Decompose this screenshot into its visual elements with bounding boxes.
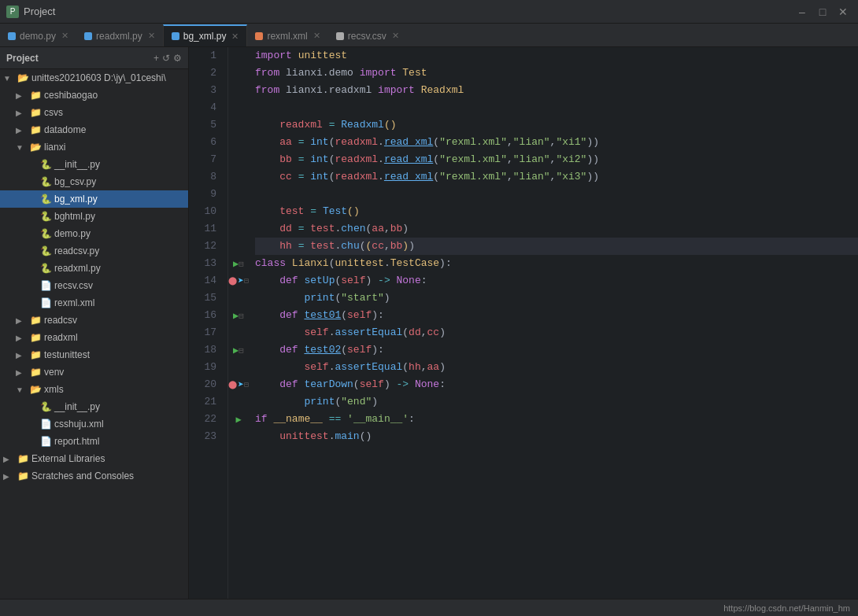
- line-number-9: 9: [189, 186, 221, 203]
- tree-item-10[interactable]: 🐍readcsv.py: [0, 242, 188, 260]
- tree-item-15[interactable]: ▶📁readxml: [0, 329, 188, 346]
- code-line-19: self.assertEqual(hh,aa): [255, 359, 858, 376]
- tree-item-5[interactable]: 🐍__init__.py: [0, 156, 188, 173]
- tree-item-21[interactable]: 📄report.html: [0, 433, 188, 450]
- bp-14[interactable]: ⬤: [228, 276, 237, 286]
- gutter-item-12: [228, 238, 249, 255]
- sidebar-header: Project + ↺ ⚙: [0, 47, 188, 69]
- line-number-14: 14: [189, 272, 221, 290]
- tab-icon-bg_xml: [172, 32, 179, 40]
- add-icon[interactable]: +: [153, 53, 159, 64]
- code-line-20: def tearDown(self) -> None:: [255, 376, 858, 393]
- tree-item-7[interactable]: 🐍bg_xml.py: [0, 190, 188, 208]
- tree-arrow-14: ▶: [16, 316, 27, 325]
- arrow-14: ➤: [238, 275, 244, 287]
- line-number-17: 17: [189, 324, 221, 341]
- code-line-8: cc = int(readxml.read_xml("rexml.xml","l…: [255, 168, 858, 186]
- file-icon-8: 🐍: [39, 211, 52, 222]
- code-line-9: [255, 186, 858, 203]
- tree-item-3[interactable]: ▶📁datadome: [0, 121, 188, 138]
- tree-item-8[interactable]: 🐍bghtml.py: [0, 208, 188, 225]
- run-icon-13[interactable]: ▶: [233, 258, 239, 270]
- tree-item-14[interactable]: ▶📁readcsv: [0, 312, 188, 329]
- file-icon-5: 🐍: [39, 159, 52, 170]
- line-number-15: 15: [189, 290, 221, 307]
- tree-item-6[interactable]: 🐍bg_csv.py: [0, 173, 188, 190]
- tab-close-demo[interactable]: ✕: [61, 31, 68, 41]
- tab-close-readxml[interactable]: ✕: [148, 31, 155, 41]
- minimize-button[interactable]: –: [793, 3, 811, 20]
- tab-close-rexml[interactable]: ✕: [313, 31, 320, 41]
- tab-bg_xml[interactable]: bg_xml.py✕: [163, 24, 248, 46]
- fold-icon-16[interactable]: ⊟: [239, 311, 244, 321]
- fold-icon-18[interactable]: ⊟: [239, 345, 244, 356]
- line-number-22: 22: [189, 411, 221, 428]
- tree-label-1: ceshibaogao: [44, 90, 98, 101]
- run-icon2-22[interactable]: ▶: [235, 414, 241, 426]
- folder-icon-15: 📁: [29, 332, 42, 343]
- code-line-21: print("end"): [255, 393, 858, 411]
- tree-label-8: bghtml.py: [54, 211, 95, 222]
- file-icon-12: 📄: [39, 280, 52, 291]
- line-numbers: 1234567891011121314151617181920212223: [189, 47, 228, 599]
- code-scroll[interactable]: 1234567891011121314151617181920212223 ▶⊟…: [189, 47, 858, 599]
- code-line-12: hh = test.chu((cc,bb)): [255, 238, 858, 255]
- maximize-button[interactable]: □: [814, 3, 831, 20]
- gutter-item-7: [228, 151, 249, 168]
- gutter-item-20: ⬤➤⊟: [228, 376, 249, 393]
- tab-close-bg_xml[interactable]: ✕: [231, 31, 239, 42]
- tree-item-19[interactable]: 🐍__init__.py: [0, 398, 188, 415]
- bp-20[interactable]: ⬤: [228, 380, 237, 389]
- tree-item-9[interactable]: 🐍demo.py: [0, 225, 188, 242]
- run-icon-16[interactable]: ▶: [233, 310, 239, 322]
- code-line-3: from lianxi.readxml import Readxml: [255, 82, 858, 99]
- close-button[interactable]: ✕: [834, 3, 852, 20]
- tree-item-13[interactable]: 📄rexml.xml: [0, 294, 188, 312]
- tree-item-18[interactable]: ▼📂xmls: [0, 381, 188, 398]
- editor-area: 1234567891011121314151617181920212223 ▶⊟…: [189, 47, 858, 599]
- tree-item-22[interactable]: ▶📁External Libraries: [0, 450, 188, 467]
- sync-icon[interactable]: ↺: [162, 53, 170, 64]
- tree-label-15: readxml: [44, 332, 78, 343]
- tree-item-2[interactable]: ▶📁csvs: [0, 104, 188, 121]
- tree-item-11[interactable]: 🐍readxml.py: [0, 260, 188, 277]
- fold-icon-13[interactable]: ⊟: [239, 259, 244, 269]
- tab-icon-readxml: [84, 32, 92, 40]
- tree-item-17[interactable]: ▶📁venv: [0, 363, 188, 381]
- tree-label-0: unittes20210603 D:\jy\_01ceshi\: [31, 72, 166, 83]
- tab-recsv[interactable]: recsv.csv✕: [328, 24, 407, 46]
- sidebar-header-actions: + ↺ ⚙: [153, 53, 182, 64]
- tree-arrow-18: ▼: [16, 385, 27, 394]
- tab-close-recsv[interactable]: ✕: [392, 31, 399, 41]
- file-icon-19: 🐍: [39, 401, 52, 412]
- run-icon-18[interactable]: ▶: [233, 345, 239, 356]
- tree-label-20: csshuju.xml: [54, 419, 104, 430]
- gutter-item-14: ⬤➤⊟: [228, 272, 249, 290]
- tab-demo[interactable]: demo.py✕: [0, 24, 76, 46]
- line-number-12: 12: [189, 238, 221, 255]
- tree-item-23[interactable]: ▶📁Scratches and Consoles: [0, 467, 188, 485]
- tree-item-20[interactable]: 📄csshuju.xml: [0, 415, 188, 433]
- tree-label-22: External Libraries: [31, 453, 105, 464]
- gutter-item-8: [228, 168, 249, 186]
- line-number-13: 13: [189, 255, 221, 272]
- line-number-7: 7: [189, 151, 221, 168]
- tab-rexml[interactable]: rexml.xml✕: [247, 24, 327, 46]
- gutter-item-13: ▶⊟: [228, 255, 249, 272]
- tree-item-0[interactable]: ▼📂unittes20210603 D:\jy\_01ceshi\: [0, 69, 188, 87]
- tree-item-1[interactable]: ▶📁ceshibaogao: [0, 87, 188, 104]
- tree-item-4[interactable]: ▼📂lianxi: [0, 138, 188, 156]
- tab-label-rexml: rexml.xml: [267, 31, 307, 42]
- tab-readxml[interactable]: readxml.py✕: [76, 24, 163, 46]
- tree-arrow-1: ▶: [16, 91, 27, 100]
- sidebar: Project + ↺ ⚙ ▼📂unittes20210603 D:\jy\_0…: [0, 47, 189, 599]
- tree-label-9: demo.py: [54, 228, 91, 239]
- tree-label-6: bg_csv.py: [54, 176, 96, 187]
- title-bar: P Project – □ ✕: [0, 0, 858, 24]
- tree-item-16[interactable]: ▶📁testunittest: [0, 346, 188, 363]
- settings-icon[interactable]: ⚙: [173, 53, 182, 64]
- gutter-item-11: [228, 220, 249, 238]
- file-icon-13: 📄: [39, 297, 52, 308]
- gutter-item-23: [228, 428, 249, 445]
- tree-item-12[interactable]: 📄recsv.csv: [0, 277, 188, 294]
